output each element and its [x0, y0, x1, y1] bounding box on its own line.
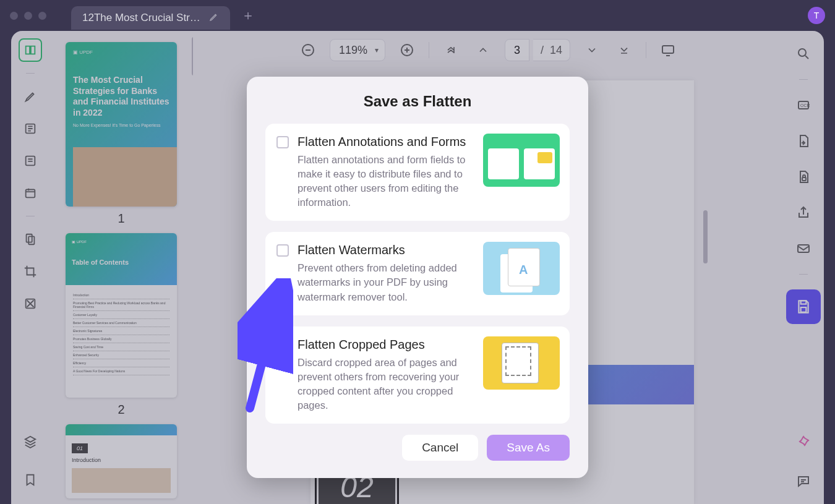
new-tab-button[interactable]: ＋: [241, 6, 255, 25]
save-flatten-modal: Save as Flatten Flatten Annotations and …: [247, 77, 588, 478]
tab-title: 12The Most Crucial Str…: [82, 12, 200, 24]
maximize-window[interactable]: [38, 12, 46, 20]
option-illustration: [483, 336, 560, 390]
option-flatten-annotations[interactable]: Flatten Annotations and Forms Flatten an…: [265, 124, 570, 221]
workspace: ▣ UPDF The Most Crucial Strategies for B…: [11, 31, 824, 504]
save-as-button[interactable]: Save As: [487, 435, 570, 461]
option-flatten-watermarks[interactable]: Flatten Watermarks Prevent others from d…: [265, 232, 570, 315]
option-flatten-cropped[interactable]: ✓ Flatten Cropped Pages Discard cropped …: [265, 327, 570, 424]
titlebar: 12The Most Crucial Str… ＋ T: [0, 0, 835, 31]
option-illustration: A: [483, 242, 560, 295]
user-avatar[interactable]: T: [808, 7, 825, 24]
option-illustration: [483, 134, 560, 187]
close-window[interactable]: [10, 12, 18, 20]
checkbox[interactable]: [276, 136, 289, 148]
checkbox[interactable]: [276, 244, 289, 257]
checkbox-checked[interactable]: ✓: [276, 339, 289, 351]
modal-title: Save as Flatten: [265, 93, 570, 110]
cancel-button[interactable]: Cancel: [402, 435, 478, 461]
window-controls: [10, 12, 46, 20]
document-tab[interactable]: 12The Most Crucial Str…: [71, 6, 230, 30]
minimize-window[interactable]: [24, 12, 32, 20]
rename-icon[interactable]: [209, 12, 219, 25]
